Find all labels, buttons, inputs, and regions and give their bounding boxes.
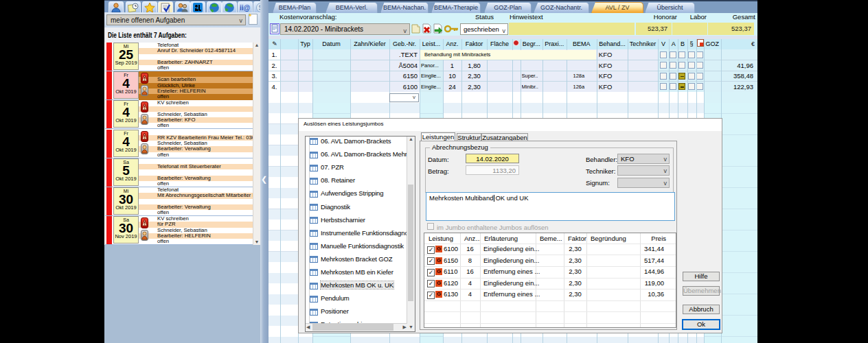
svg-text:ii@: ii@ [240,4,251,12]
